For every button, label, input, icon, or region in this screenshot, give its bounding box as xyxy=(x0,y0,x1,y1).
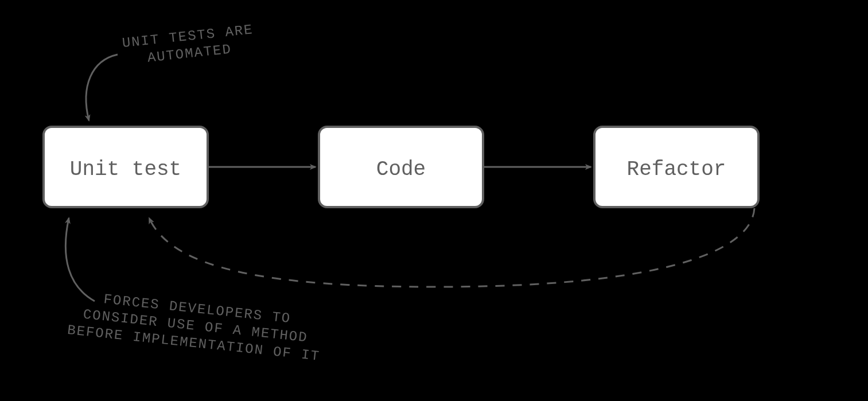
annotation-bottom-pointer xyxy=(65,218,95,301)
node-code: Code xyxy=(319,127,483,207)
annotation-top-pointer xyxy=(86,54,118,120)
node-unit-test: Unit test xyxy=(44,127,208,207)
node-refactor-label: Refactor xyxy=(627,158,726,181)
node-code-label: Code xyxy=(376,158,426,181)
edge-refactor-to-unit-test xyxy=(149,208,754,287)
annotation-top: UNIT TESTS ARE AUTOMATED xyxy=(122,22,256,68)
node-refactor: Refactor xyxy=(594,127,758,207)
node-unit-test-label: Unit test xyxy=(70,158,181,181)
annotation-bottom: FORCES DEVELOPERS TO CONSIDER USE OF A M… xyxy=(67,288,325,364)
tdd-cycle-diagram: Unit test Code Refactor UNIT TESTS ARE A… xyxy=(0,0,868,401)
